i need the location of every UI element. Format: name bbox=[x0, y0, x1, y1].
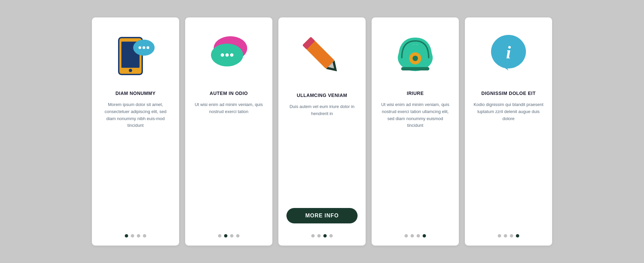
dot-4-2 bbox=[417, 234, 420, 238]
card-3-text: Duis autem vel eum iriure dolor in hendr… bbox=[286, 103, 358, 203]
dot-5-2 bbox=[510, 234, 513, 238]
dot-5-0 bbox=[498, 234, 501, 238]
card-1-dots bbox=[125, 234, 146, 238]
card-4-title: IRIURE bbox=[407, 91, 424, 96]
dot-1-3 bbox=[143, 234, 146, 238]
card-2-text: Ut wisi enim ad minim veniam, quis nostr… bbox=[193, 101, 264, 226]
info-bubble-icon: i bbox=[482, 28, 535, 81]
card-5-title: DIGNISSIM DOLOE EIT bbox=[481, 91, 536, 96]
card-1: DIAM NONUMMY Morem ipsum dolor sit amet,… bbox=[92, 17, 179, 246]
dot-2-3 bbox=[236, 234, 239, 238]
svg-point-6 bbox=[147, 46, 149, 49]
dot-5-3 bbox=[516, 234, 519, 238]
card-1-text: Morem ipsum dolor sit amet, consectetuer… bbox=[100, 101, 171, 226]
dot-4-3 bbox=[423, 234, 426, 238]
pen-icon bbox=[295, 30, 349, 83]
phone-message-icon bbox=[109, 28, 162, 81]
dot-1-1 bbox=[131, 234, 134, 238]
dot-1-2 bbox=[137, 234, 140, 238]
card-4-dots bbox=[405, 234, 426, 238]
card-2-dots bbox=[218, 234, 239, 238]
more-info-button[interactable]: MORE INFO bbox=[286, 208, 358, 223]
card-3-dots bbox=[311, 234, 333, 238]
svg-text:i: i bbox=[506, 43, 511, 62]
card-4-text: Ut wisi enim ad minim veniam, quis nostr… bbox=[380, 101, 451, 226]
svg-point-21 bbox=[413, 56, 418, 61]
dot-4-0 bbox=[405, 234, 408, 238]
card-5-dots bbox=[498, 234, 519, 238]
svg-point-12 bbox=[225, 53, 229, 57]
dot-3-3 bbox=[329, 234, 333, 238]
card-1-title: DIAM NONUMMY bbox=[115, 91, 156, 96]
svg-point-11 bbox=[221, 53, 224, 57]
card-4: IRIURE Ut wisi enim ad minim veniam, qui… bbox=[372, 17, 459, 246]
svg-point-2 bbox=[129, 69, 132, 72]
dot-5-1 bbox=[504, 234, 507, 238]
dot-3-2 bbox=[323, 234, 327, 238]
card-3-title: ULLAMCING VENIAM bbox=[297, 93, 347, 98]
card-5-text: Kodio dignissim qui blandit praesent lup… bbox=[473, 101, 544, 226]
telephone-icon bbox=[388, 28, 442, 81]
svg-rect-22 bbox=[401, 67, 429, 70]
dot-4-1 bbox=[411, 234, 414, 238]
card-5: i DIGNISSIM DOLOE EIT Kodio dignissim qu… bbox=[465, 17, 552, 246]
svg-point-5 bbox=[143, 46, 145, 49]
cards-container: DIAM NONUMMY Morem ipsum dolor sit amet,… bbox=[92, 17, 552, 246]
dot-3-0 bbox=[311, 234, 315, 238]
dot-2-0 bbox=[218, 234, 221, 238]
card-2: AUTEM IN ODIO Ut wisi enim ad minim veni… bbox=[185, 17, 272, 246]
dot-2-2 bbox=[230, 234, 233, 238]
dot-3-1 bbox=[317, 234, 321, 238]
dot-2-1 bbox=[224, 234, 227, 238]
dot-1-0 bbox=[125, 234, 128, 238]
card-3: ULLAMCING VENIAM Duis autem vel eum iriu… bbox=[278, 17, 366, 246]
chat-bubbles-icon bbox=[202, 28, 256, 81]
card-2-title: AUTEM IN ODIO bbox=[210, 91, 248, 96]
svg-point-4 bbox=[139, 46, 141, 49]
svg-point-13 bbox=[230, 53, 233, 57]
